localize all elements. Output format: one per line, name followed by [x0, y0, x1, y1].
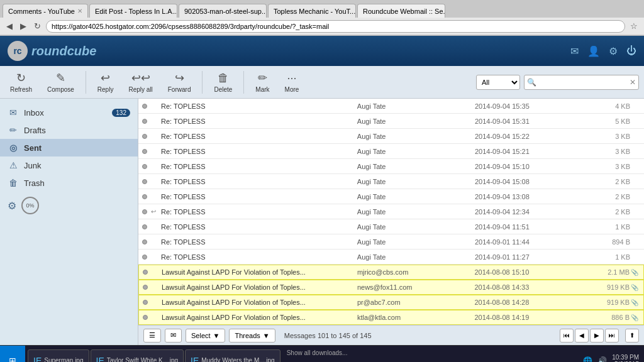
- back-button[interactable]: ◀: [4, 20, 15, 32]
- email-row[interactable]: Re: TOPLESS Augi Tate 2014-09-04 11:51 1…: [138, 219, 644, 234]
- more-icon: ···: [287, 72, 296, 85]
- select-chevron-icon: ▼: [213, 332, 220, 339]
- url-input[interactable]: [46, 20, 625, 33]
- first-page-button[interactable]: ⏮: [560, 329, 574, 343]
- logo-icon: rc: [8, 41, 28, 61]
- sidebar-item-drafts[interactable]: ✏ Drafts: [0, 121, 138, 139]
- expand-button[interactable]: ⬆: [625, 329, 639, 343]
- browser-tab-4[interactable]: Topless Mechanic - YouT... ✕: [268, 4, 356, 18]
- page-info: Messages 101 to 145 of 145: [284, 332, 372, 339]
- compose-label: Compose: [47, 86, 74, 93]
- sidebar-gear-icon[interactable]: ⚙: [8, 200, 16, 212]
- reply-button[interactable]: ↩ Reply: [92, 70, 119, 94]
- sidebar-item-junk[interactable]: ⚠ Junk: [0, 156, 138, 174]
- toolbar-separator-3: [243, 71, 244, 94]
- last-page-button[interactable]: ⏭: [605, 329, 619, 343]
- email-date: 2014-09-01 11:27: [475, 253, 592, 261]
- user-icon-button[interactable]: 👤: [587, 45, 600, 57]
- select-dropdown[interactable]: Select ▼: [186, 329, 225, 343]
- email-row[interactable]: Re: TOPLESS Augi Tate 2014-09-04 15:35 4…: [138, 99, 644, 114]
- email-subject: Lawsuit Against LAPD For Violation of To…: [162, 299, 357, 306]
- email-row[interactable]: Re: TOPLESS Augi Tate 2014-09-01 11:27 1…: [138, 250, 644, 265]
- email-row[interactable]: Lawsuit Against LAPD For Violation of To…: [138, 295, 644, 310]
- taskbar-item-2[interactable]: IE Taylor Swift White K....jpg: [91, 349, 184, 363]
- prev-page-button[interactable]: ◀: [575, 329, 589, 343]
- email-row[interactable]: Re: TOPLESS Augi Tate 2014-09-04 13:08 2…: [138, 189, 644, 204]
- email-subject: Re: TOPLESS: [161, 133, 357, 140]
- show-all-downloads[interactable]: Show all downloads...: [287, 349, 348, 363]
- unread-dot: [143, 300, 148, 305]
- delete-icon: 🗑: [218, 72, 229, 85]
- email-sender: news@fox11.com: [357, 283, 475, 291]
- email-size: 919 KB: [592, 283, 630, 291]
- search-input[interactable]: [539, 75, 627, 89]
- inbox-badge: 132: [112, 109, 130, 117]
- mark-icon: ✏: [258, 71, 267, 85]
- next-page-button[interactable]: ▶: [590, 329, 604, 343]
- envelope-view-button[interactable]: ✉: [165, 329, 182, 343]
- list-view-button[interactable]: ☰: [143, 329, 161, 343]
- attachment-icon: 📎: [630, 269, 640, 276]
- email-row[interactable]: ↩ Re: TOPLESS Augi Tate 2014-09-04 12:34…: [138, 204, 644, 219]
- email-row[interactable]: Re: TOPLESS Augi Tate 2014-09-01 11:44 8…: [138, 234, 644, 250]
- threads-label: Threads: [235, 332, 260, 339]
- mark-label: Mark: [255, 86, 269, 93]
- reload-button[interactable]: ↻: [31, 20, 43, 32]
- email-sender: Augi Tate: [357, 163, 475, 170]
- bookmark-button[interactable]: ☆: [628, 20, 640, 32]
- power-icon-button[interactable]: ⏻: [626, 45, 636, 57]
- tab-1-close[interactable]: ✕: [77, 8, 82, 14]
- forward-button[interactable]: ▶: [18, 20, 29, 32]
- reply-all-button[interactable]: ↩↩ Reply all: [123, 70, 157, 94]
- email-sender: ktla@ktla.com: [357, 314, 475, 321]
- sidebar-item-inbox[interactable]: ✉ Inbox 132: [0, 104, 138, 121]
- email-date: 2014-09-01 11:44: [475, 238, 592, 246]
- browser-tab-1[interactable]: Comments - YouTube ✕: [3, 4, 88, 18]
- browser-tab-5[interactable]: Roundcube Webmail :: Se... ✕: [357, 4, 445, 18]
- email-size: 1 KB: [592, 253, 630, 261]
- email-row[interactable]: Re: TOPLESS Augi Tate 2014-09-04 15:08 2…: [138, 174, 644, 189]
- select-label: Select: [191, 332, 211, 339]
- email-size: 919 KB: [592, 299, 630, 306]
- more-button[interactable]: ··· More: [280, 70, 304, 94]
- taskbar-item-1[interactable]: IE Superman.jpg: [28, 349, 89, 363]
- email-row[interactable]: Lawsuit Against LAPD For Violation of To…: [138, 310, 644, 325]
- sidebar-item-sent[interactable]: ◎ Sent: [0, 139, 138, 156]
- filter-select[interactable]: All Unread Flagged: [476, 75, 520, 90]
- compose-button[interactable]: ✎ Compose: [42, 70, 79, 94]
- unread-dot: [143, 285, 148, 290]
- email-row[interactable]: Lawsuit Against LAPD For Violation of To…: [138, 265, 644, 280]
- taskbar-item-1-label: Superman.jpg: [44, 357, 83, 362]
- unread-dot: [143, 315, 148, 320]
- attachment-icon: 📎: [630, 299, 640, 306]
- settings-icon-button[interactable]: ⚙: [609, 45, 618, 57]
- email-row[interactable]: Re: TOPLESS Augi Tate 2014-09-04 15:10 3…: [138, 159, 644, 174]
- email-subject: Lawsuit Against LAPD For Violation of To…: [162, 283, 357, 291]
- email-row[interactable]: Re: TOPLESS Augi Tate 2014-09-04 15:21 3…: [138, 144, 644, 159]
- email-row[interactable]: Re: TOPLESS Augi Tate 2014-09-04 15:31 5…: [138, 114, 644, 129]
- delete-button[interactable]: 🗑 Delete: [209, 70, 237, 94]
- browser-tab-3[interactable]: 902053-man-of-steel-sup... ✕: [179, 4, 267, 18]
- mail-icon-button[interactable]: ✉: [570, 45, 579, 57]
- taskbar-item-1-icon: IE: [33, 356, 42, 363]
- sidebar-item-trash[interactable]: 🗑 Trash: [0, 174, 138, 192]
- email-sender: Augi Tate: [357, 193, 475, 200]
- browser-tab-2[interactable]: Edit Post - Topless In L.A... ✕: [89, 4, 177, 18]
- logo-text: roundcube: [31, 44, 96, 58]
- compose-icon: ✎: [56, 71, 65, 85]
- mark-button[interactable]: ✏ Mark: [250, 70, 274, 94]
- pagination: ⏮ ◀ ▶ ⏭: [560, 329, 619, 343]
- email-subject: Re: TOPLESS: [161, 148, 357, 155]
- search-clear-button[interactable]: ✕: [627, 78, 638, 87]
- taskbar-item-3[interactable]: IE Muddy Waters the M....jpg: [185, 349, 280, 363]
- start-button[interactable]: ⊞: [0, 346, 25, 363]
- forward-button[interactable]: ↪ Forward: [163, 70, 196, 94]
- email-row[interactable]: Re: TOPLESS Augi Tate 2014-09-04 15:22 3…: [138, 129, 644, 144]
- sidebar-inbox-label: Inbox: [24, 108, 107, 118]
- email-row[interactable]: Lawsuit Against LAPD For Violation of To…: [138, 280, 644, 295]
- threads-dropdown[interactable]: Threads ▼: [229, 329, 275, 343]
- email-date: 2014-09-04 13:08: [475, 193, 592, 200]
- taskbar-right: 🌐 🔊 10:39 PM 5/6/2015: [578, 354, 644, 363]
- refresh-button[interactable]: ↻ Refresh: [5, 70, 37, 94]
- reply-all-icon: ↩↩: [131, 71, 150, 85]
